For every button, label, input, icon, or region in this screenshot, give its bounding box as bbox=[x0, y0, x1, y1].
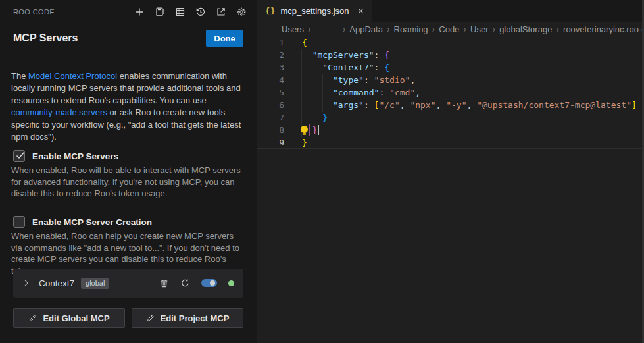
code-text: "args": ["/c", "npx", "-y", "@upstash/co… bbox=[302, 99, 637, 111]
code-text: "type": "stdio", bbox=[302, 74, 415, 86]
edit-global-mcp-label: Edit Global MCP bbox=[43, 313, 109, 323]
line-number: 7 bbox=[257, 111, 284, 124]
code-text: { bbox=[302, 36, 307, 49]
breadcrumb-item[interactable]: Roaming bbox=[394, 24, 428, 34]
code-line[interactable]: 2 "mcpServers": { bbox=[257, 49, 644, 61]
code-line[interactable]: 9} bbox=[257, 136, 644, 149]
enable-mcp-creation-checkbox[interactable] bbox=[13, 216, 25, 228]
tab-close-icon[interactable] bbox=[357, 7, 364, 14]
breadcrumb-item[interactable]: Code bbox=[439, 24, 459, 34]
code-lines: 1{2 "mcpServers": {3 "Context7": {4 "typ… bbox=[257, 36, 644, 149]
intro-text: The Model Context Protocol enables commu… bbox=[11, 70, 249, 143]
server-enabled-toggle[interactable] bbox=[201, 279, 217, 287]
intro-link[interactable]: Model Context Protocol bbox=[28, 71, 117, 81]
panel-header: ROO CODE bbox=[13, 5, 249, 18]
breadcrumb-item[interactable]: AppData bbox=[349, 24, 383, 34]
edit-project-mcp-label: Edit Project MCP bbox=[161, 313, 230, 323]
edit-global-mcp-button[interactable]: Edit Global MCP bbox=[13, 308, 125, 328]
delete-server-icon[interactable] bbox=[159, 278, 169, 288]
pencil-icon bbox=[28, 314, 37, 323]
line-number: 5 bbox=[257, 86, 284, 99]
open-in-editor-icon[interactable] bbox=[214, 5, 228, 19]
enable-mcp-servers-row: Enable MCP Servers bbox=[13, 149, 118, 163]
tab-filename: mcp_settings.json bbox=[280, 6, 349, 16]
code-text: "Context7": { bbox=[302, 61, 389, 74]
page-title-row: MCP Servers Done bbox=[13, 29, 243, 47]
code-line[interactable]: 3 "Context7": { bbox=[257, 61, 644, 74]
enable-mcp-servers-checkbox[interactable] bbox=[13, 150, 25, 162]
mcp-servers-icon[interactable] bbox=[173, 5, 187, 19]
history-icon[interactable] bbox=[193, 5, 208, 19]
breadcrumb-separator-icon: › bbox=[463, 24, 466, 34]
edit-project-mcp-button[interactable]: Edit Project MCP bbox=[132, 308, 243, 328]
server-name: Context7 bbox=[39, 278, 74, 288]
tab-mcp-settings[interactable]: {} mcp_settings.json bbox=[257, 0, 372, 22]
code-line[interactable]: 5 "command": "cmd", bbox=[257, 86, 644, 99]
breadcrumb-separator-icon: › bbox=[343, 24, 346, 34]
new-task-icon[interactable] bbox=[132, 5, 147, 19]
server-actions bbox=[159, 278, 234, 288]
line-number: 8 bbox=[257, 124, 284, 136]
panel-toolbar bbox=[132, 5, 249, 19]
code-line[interactable]: 1{ bbox=[257, 36, 644, 49]
code-text: } bbox=[302, 124, 319, 136]
editor-tab-bar: {} mcp_settings.json bbox=[257, 0, 644, 22]
roo-code-panel: ROO CODE bbox=[0, 0, 257, 343]
code-text: "command": "cmd", bbox=[302, 86, 420, 99]
breadcrumb-separator-icon: › bbox=[387, 24, 390, 34]
breadcrumb-item[interactable]: globalStorage bbox=[499, 24, 552, 34]
breadcrumb-separator-icon: › bbox=[432, 24, 435, 34]
server-row-context7[interactable]: Context7 global bbox=[13, 269, 243, 298]
code-line[interactable]: 7 } bbox=[257, 111, 644, 124]
pencil-icon bbox=[146, 314, 155, 323]
line-number: 1 bbox=[257, 36, 284, 49]
code-editor[interactable]: 1{2 "mcpServers": {3 "Context7": {4 "typ… bbox=[257, 36, 644, 343]
app-window: ROO CODE bbox=[0, 0, 644, 343]
enable-mcp-creation-row: Enable MCP Server Creation bbox=[13, 215, 152, 228]
enable-mcp-servers-label: Enable MCP Servers bbox=[32, 151, 118, 161]
line-number: 3 bbox=[257, 61, 284, 74]
json-file-icon: {} bbox=[265, 7, 276, 16]
code-text: } bbox=[302, 111, 328, 124]
code-text: "mcpServers": { bbox=[302, 49, 389, 61]
breadcrumb-separator-icon: › bbox=[308, 24, 311, 34]
code-text: } bbox=[302, 136, 307, 149]
breadcrumb-item[interactable]: User bbox=[470, 24, 488, 34]
settings-gear-icon[interactable] bbox=[234, 5, 249, 19]
breadcrumb-separator-icon: › bbox=[492, 24, 495, 34]
code-line[interactable]: 8 } bbox=[257, 124, 644, 136]
line-number: 6 bbox=[257, 99, 284, 111]
server-scope-badge: global bbox=[81, 278, 109, 289]
editor-pane: {} mcp_settings.json Users››AppData›Roam… bbox=[257, 0, 644, 343]
breadcrumb-item[interactable]: rooveterinaryinc.roo-cli bbox=[563, 24, 644, 34]
intro-link[interactable]: community-made servers bbox=[11, 107, 107, 117]
server-status-dot bbox=[228, 280, 234, 286]
done-button[interactable]: Done bbox=[206, 30, 243, 47]
breadcrumb: Users››AppData›Roaming›Code›User›globalS… bbox=[282, 22, 644, 36]
enable-mcp-servers-description: When enabled, Roo will be able to intera… bbox=[11, 165, 245, 199]
expand-chevron-icon[interactable] bbox=[22, 279, 30, 287]
line-number: 4 bbox=[257, 74, 284, 86]
extension-title: ROO CODE bbox=[13, 8, 55, 16]
restart-server-icon[interactable] bbox=[180, 278, 190, 288]
code-line[interactable]: 4 "type": "stdio", bbox=[257, 74, 644, 86]
code-line[interactable]: 6 "args": ["/c", "npx", "-y", "@upstash/… bbox=[257, 99, 644, 111]
prompts-icon[interactable] bbox=[153, 5, 167, 19]
line-number: 9 bbox=[257, 136, 284, 149]
breadcrumb-item[interactable]: Users bbox=[282, 24, 304, 34]
page-title: MCP Servers bbox=[13, 32, 78, 44]
enable-mcp-creation-label: Enable MCP Server Creation bbox=[32, 217, 152, 227]
text-cursor bbox=[318, 125, 319, 135]
breadcrumb-separator-icon: › bbox=[556, 24, 559, 34]
line-number: 2 bbox=[257, 49, 284, 61]
